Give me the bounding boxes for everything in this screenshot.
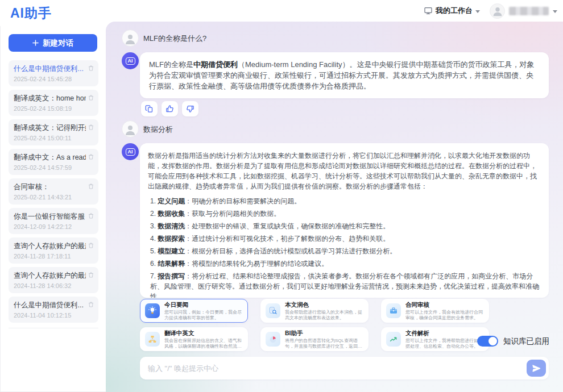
dislike-button[interactable] <box>182 101 198 116</box>
username-blurred[interactable] <box>509 7 549 15</box>
knowledge-base-toggle[interactable]: 知识库已启用 <box>477 336 549 347</box>
list-item: 7. 报告撰写：将分析过程、结果和结论整理成报告，供决策者参考。数据分析在各个领… <box>148 271 541 298</box>
trash-icon[interactable] <box>88 272 94 278</box>
list-item: 4. 数据探索：通过统计分析和可视化技术，初步了解数据的分布、趋势和关联。 <box>148 233 541 244</box>
list-item: 2. 数据收集：获取与分析问题相关的数据。 <box>148 208 541 219</box>
briefcase-icon <box>386 303 401 318</box>
conversation-item[interactable]: 什么是中期借贷便利... 2024-11-04 10:12:15 <box>9 297 98 323</box>
ai-badge-icon: AI <box>126 148 135 156</box>
header-right: 我的工作台 <box>424 0 557 22</box>
conversation-item[interactable]: 查询个人存款账户的最新... 2024-11-28 14:06:32 <box>9 267 98 293</box>
analysis-steps: 1. 定义问题：明确分析的目标和需要解决的问题。 2. 数据收集：获取与分析问题… <box>148 196 541 298</box>
conversation-item[interactable]: 你是一位银行智能客服，... 2024-12-09 14:22:12 <box>9 208 98 234</box>
trend-up-icon <box>386 332 401 347</box>
monitor-icon <box>424 6 433 15</box>
flowchart-icon <box>145 332 160 347</box>
plus-icon <box>32 40 39 46</box>
conversation-item[interactable]: 翻译成中文：As a reader... 2025-02-24 14:57:59 <box>9 149 98 175</box>
list-item: 1. 定义问题：明确分析的目标和需要解决的问题。 <box>148 196 541 206</box>
ai-avatar: AI <box>122 52 139 69</box>
skill-card-news[interactable]: 今日要闻 您可以问我，例如：今日要闻，我会尽力提供准确和可靠的答案。 <box>140 299 248 323</box>
paper-plane-icon <box>532 364 541 373</box>
list-item: 6. 结果解释：将模型的结果转化为易于理解的结论或建议。 <box>148 258 541 269</box>
list-item: 3. 数据清洗：处理数据中的错误、重复或缺失值，确保数据的准确性和完整性。 <box>148 221 541 231</box>
workspace-label: 我的工作台 <box>436 6 473 16</box>
skill-card-contract[interactable]: 合同审核 您可以上传文件，我会有效地进行合同审核，确保合同满足您的业务需求。 <box>381 299 489 323</box>
copy-button[interactable] <box>141 101 158 116</box>
conversation-list: 什么是中期借贷便利... 2025-02-24 15:45:28 翻译成英文：h… <box>9 60 98 328</box>
send-button[interactable] <box>527 360 546 377</box>
ai-message-intro: 数据分析是指用适当的统计分析方法对收集来的大量数据进行分析，将它们加以汇总和理解… <box>148 151 541 191</box>
app-window: AI助手 我的工作台 新建对话 什么是中期借贷便利... 2025-02-24 … <box>0 0 563 392</box>
copy-icon <box>145 105 154 113</box>
trash-icon[interactable] <box>88 242 94 249</box>
user-message: MLF的全称是什么? <box>143 34 206 44</box>
new-chat-button[interactable]: 新建对话 <box>9 34 97 52</box>
new-chat-label: 新建对话 <box>43 38 73 48</box>
skill-card-bi[interactable]: BI助手 将用户的自然语言转化为SQL查询语句，并直接与数据库进行交互，返回智能… <box>260 327 369 351</box>
skill-card-translate[interactable]: 翻译中英文 我会旨在保留原始信息的含义、语气和风格，以确保翻译的准确性和自然流畅… <box>140 327 248 351</box>
sidebar-divider <box>9 328 98 328</box>
user-avatar <box>122 120 139 137</box>
conversation-item[interactable]: 合同审核： 2025-02-21 14:43:21 <box>9 178 98 205</box>
trash-icon[interactable] <box>88 94 94 101</box>
avatar[interactable] <box>490 3 505 19</box>
bulb-icon <box>145 303 160 318</box>
trash-icon[interactable] <box>88 301 94 308</box>
like-button[interactable] <box>162 101 178 116</box>
ai-message: 数据分析是指用适当的统计分析方法对收集来的大量数据进行分析，将它们加以汇总和理解… <box>140 143 549 298</box>
toggle-on-icon[interactable] <box>477 336 498 347</box>
trash-icon[interactable] <box>88 124 94 131</box>
chat-panel: MLF的全称是什么? AI MLF的全称是中期借贷便利（Medium-term … <box>106 22 563 392</box>
ai-message: MLF的全称是中期借贷便利（Medium-term Lending Facili… <box>140 52 549 98</box>
trash-icon[interactable] <box>88 212 94 219</box>
ai-avatar: AI <box>122 143 139 160</box>
conversation-item[interactable]: 翻译成英文：记得刚开始... 2025-02-24 15:00:11 <box>9 119 98 145</box>
doc-polish-icon <box>266 303 280 318</box>
list-item: 5. 模型建立：根据分析目标，选择合适的统计模型或机器学习算法进行数据分析。 <box>148 246 541 256</box>
trash-icon[interactable] <box>88 183 94 190</box>
pie-chart-icon <box>266 332 280 347</box>
user-message: 数据分析 <box>143 124 173 135</box>
chevron-down-icon[interactable] <box>553 10 557 13</box>
skill-card-fileparse[interactable]: 文件解析 您可以上传文件，我将帮助您进行如数据处理、信息检索、自动化办公等。 <box>381 327 489 351</box>
thumbs-up-icon <box>165 105 174 113</box>
user-avatar <box>122 30 139 47</box>
ai-badge-icon: AI <box>126 57 135 65</box>
conversation-item[interactable]: 什么是中期借贷便利... 2025-02-24 15:45:28 <box>9 60 98 86</box>
message-actions <box>141 101 198 116</box>
conversation-item[interactable]: 查询个人存款账户的最新... 2024-11-28 17:18:11 <box>9 237 98 264</box>
conversation-item[interactable]: 翻译成英文：home home 2025-02-24 15:08:19 <box>9 90 98 116</box>
sidebar: 新建对话 什么是中期借贷便利... 2025-02-24 15:45:28 翻译… <box>0 26 106 392</box>
thumbs-down-icon <box>186 105 194 113</box>
trash-icon[interactable] <box>88 65 94 72</box>
workspace-menu[interactable]: 我的工作台 <box>424 6 480 16</box>
composer <box>140 357 549 380</box>
message-input[interactable] <box>148 364 527 373</box>
app-logo: AI助手 <box>10 5 52 22</box>
skill-card-polish[interactable]: 本文润色 我会帮助您进行您输入的文本润色，提高文本的流畅度和表达效果。 <box>260 299 369 323</box>
trash-icon[interactable] <box>88 153 94 160</box>
skill-cards: 今日要闻 您可以问我，例如：今日要闻，我会尽力提供准确和可靠的答案。 本文润色 … <box>140 299 489 351</box>
chevron-down-icon <box>475 10 480 13</box>
knowledge-base-label: 知识库已启用 <box>503 336 549 347</box>
